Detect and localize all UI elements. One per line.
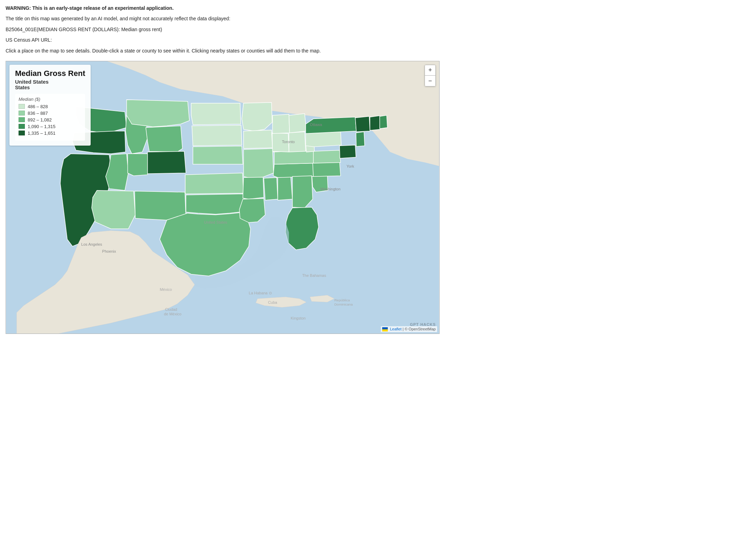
zoom-out-button[interactable]: −	[425, 76, 435, 86]
warning-line2: B25064_001E(MEDIAN GROSS RENT (DOLLARS):…	[6, 26, 435, 33]
legend-range-4: 1,090 – 1,315	[28, 124, 56, 129]
warning-section: WARNING: This is an early-stage release …	[0, 0, 441, 61]
warning-bold-text: WARNING: This is an early-stage release …	[6, 5, 174, 11]
svg-text:Kingston: Kingston	[291, 316, 306, 320]
svg-text:Washington: Washington	[320, 187, 341, 191]
leaflet-link[interactable]: Leaflet	[390, 327, 401, 331]
map-subtitle-region: United States	[15, 79, 85, 85]
zoom-controls[interactable]: + −	[425, 65, 436, 86]
warning-line1: The title on this map was generated by a…	[6, 15, 435, 22]
svg-text:Dominicana: Dominicana	[334, 302, 353, 306]
map-legend: Median Gross Rent United States States M…	[9, 65, 91, 146]
legend-item-1: 486 – 828	[19, 104, 81, 109]
legend-range-1: 486 – 828	[28, 104, 48, 109]
svg-text:Cuba: Cuba	[268, 300, 278, 304]
legend-color-2	[19, 111, 25, 115]
legend-color-5	[19, 131, 25, 135]
warning-line4: Click a place on the map to see details.…	[6, 47, 435, 55]
ukraine-flag-icon	[382, 327, 388, 331]
svg-text:The Bahamas: The Bahamas	[302, 273, 326, 278]
legend-item-5: 1,335 – 1,651	[19, 131, 81, 136]
legend-item-2: 836 – 887	[19, 111, 81, 116]
svg-text:de México: de México	[164, 312, 181, 316]
svg-text:La Habana ⊙: La Habana ⊙	[249, 291, 272, 295]
svg-text:República: República	[334, 298, 350, 302]
svg-text:Phoenix: Phoenix	[102, 249, 116, 253]
map-title: Median Gross Rent	[15, 69, 85, 78]
svg-text:Los Angeles: Los Angeles	[81, 242, 102, 246]
legend-range-5: 1,335 – 1,651	[28, 131, 56, 136]
warning-bold-line: WARNING: This is an early-stage release …	[6, 4, 435, 12]
zoom-in-button[interactable]: +	[425, 65, 435, 76]
svg-text:Toronto: Toronto	[282, 140, 295, 144]
svg-text:York: York	[346, 164, 354, 168]
svg-text:United States: United States	[204, 220, 227, 224]
legend-item-4: 1,090 – 1,315	[19, 124, 81, 129]
legend-range-2: 836 – 887	[28, 111, 48, 116]
warning-line3: US Census API URL:	[6, 36, 435, 44]
map-subtitle-level: States	[15, 85, 85, 90]
legend-color-1	[19, 104, 25, 109]
osm-attribution: © OpenStreetMap	[405, 327, 436, 331]
map-attribution: Leaflet | © OpenStreetMap	[381, 326, 437, 332]
legend-title: Median ($)	[19, 97, 81, 102]
legend-item-3: 892 – 1,082	[19, 117, 81, 122]
map-container[interactable]: Ottawa Toronto York Washington Los Angel…	[6, 61, 440, 334]
legend-range-3: 892 – 1,082	[28, 117, 52, 122]
svg-text:México: México	[160, 287, 172, 292]
legend-color-3	[19, 117, 25, 122]
legend-box: Median ($) 486 – 828 836 – 887 892 – 1,0…	[15, 94, 85, 141]
svg-text:Ciudad: Ciudad	[165, 307, 177, 312]
svg-text:Ottawa: Ottawa	[310, 122, 322, 126]
legend-color-4	[19, 124, 25, 129]
